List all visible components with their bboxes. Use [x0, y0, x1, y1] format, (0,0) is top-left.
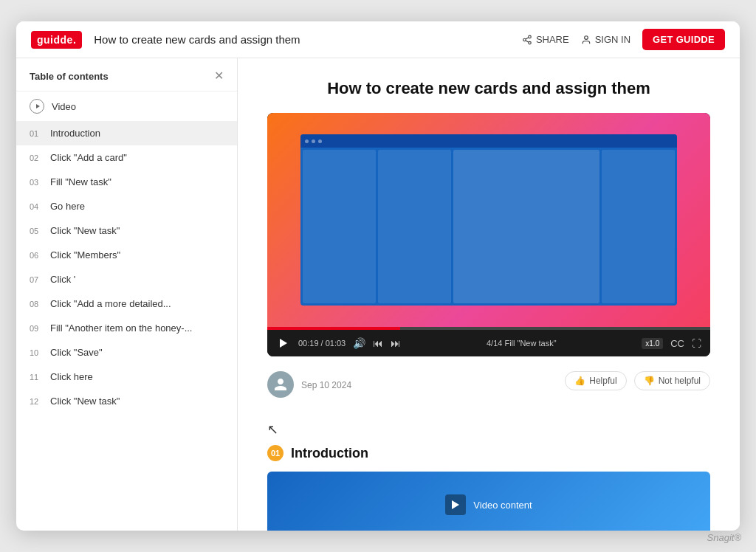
sidebar-item-12[interactable]: 12 Click "New task"	[16, 389, 237, 413]
helpful-button[interactable]: 👍 Helpful	[565, 371, 626, 390]
screen-dot-3	[318, 139, 322, 143]
progress-fill	[267, 327, 400, 330]
author-row: Sep 10 2024 👍 Helpful 👎 Not helpful	[267, 371, 710, 398]
sidebar-item-10[interactable]: 10 Click "Save"	[16, 340, 237, 365]
toc-title: Table of contents	[30, 71, 109, 82]
speed-badge[interactable]: x1.0	[642, 338, 663, 349]
item-label-10: Click "Save"	[50, 347, 103, 358]
sidebar-video-label: Video	[52, 101, 76, 112]
section-badge: 01	[267, 445, 284, 461]
content-title: How to create new cards and assign them	[267, 79, 710, 98]
sidebar-item-11[interactable]: 11 Click here	[16, 365, 237, 389]
nav-actions: SHARE SIGN IN GET GUIDDE	[522, 29, 725, 50]
progress-bar[interactable]	[267, 327, 710, 330]
screen-content	[300, 148, 677, 306]
user-icon	[581, 35, 591, 45]
author-info: Sep 10 2024	[267, 371, 351, 398]
section-title: Introduction	[291, 446, 368, 461]
sidebar-item-5[interactable]: 05 Click "New task"	[16, 218, 237, 243]
screen-dot-2	[312, 139, 315, 143]
get-guidde-button[interactable]: GET GUIDDE	[642, 29, 725, 50]
sidebar-item-2[interactable]: 02 Click "Add a card"	[16, 145, 237, 170]
play-button[interactable]	[276, 336, 291, 351]
item-label-11: Click here	[50, 371, 93, 382]
item-label-7: Click '	[50, 274, 75, 285]
browser-window: guidde. How to create new cards and assi…	[16, 21, 740, 531]
sidebar-item-4[interactable]: 04 Go here	[16, 194, 237, 218]
captions-icon[interactable]: CC	[670, 338, 684, 349]
share-label: SHARE	[536, 34, 569, 45]
sidebar: Table of contents ✕ Video 01 Introductio…	[16, 58, 238, 531]
avatar	[267, 371, 294, 398]
skip-forward-icon[interactable]: ⏭	[391, 337, 401, 349]
svg-point-1	[523, 38, 526, 41]
item-num-2: 02	[30, 153, 43, 162]
video-thumbnail	[267, 113, 710, 327]
sidebar-item-6[interactable]: 06 Click "Members"	[16, 243, 237, 267]
svg-point-0	[529, 35, 532, 38]
skip-back-icon[interactable]: ⏮	[373, 337, 383, 349]
cursor-area: ↖	[267, 415, 710, 438]
close-icon[interactable]: ✕	[214, 70, 224, 82]
sidebar-item-3[interactable]: 03 Fill "New task"	[16, 170, 237, 194]
section-heading: 01 Introduction	[267, 445, 710, 461]
item-label-5: Click "New task"	[50, 225, 120, 236]
sidebar-item-video[interactable]: Video	[16, 92, 237, 121]
signin-button[interactable]: SIGN IN	[581, 34, 630, 45]
item-num-9: 09	[30, 324, 43, 333]
item-num-8: 08	[30, 300, 43, 308]
item-num-4: 04	[30, 202, 43, 211]
sidebar-item-8[interactable]: 08 Click "Add a more detailed...	[16, 291, 237, 316]
item-label-8: Click "Add a more detailed...	[50, 298, 171, 309]
nav-title: How to create new cards and assign them	[94, 33, 510, 46]
snagit-watermark: Snagit®	[707, 532, 741, 543]
item-label-6: Click "Members"	[50, 249, 120, 261]
volume-icon[interactable]: 🔊	[353, 337, 365, 349]
item-num-1: 01	[30, 129, 43, 138]
thumb-label: Video content	[473, 500, 532, 511]
helpful-label: Helpful	[589, 376, 616, 386]
screen-col-1	[303, 150, 376, 303]
sidebar-header: Table of contents ✕	[16, 58, 237, 92]
share-button[interactable]: SHARE	[522, 34, 569, 45]
item-label-2: Click "Add a card"	[50, 152, 127, 163]
sidebar-item-1[interactable]: 01 Introduction	[16, 121, 237, 145]
chapter-label: 4/14 Fill "New task"	[408, 339, 634, 348]
feedback-buttons: 👍 Helpful 👎 Not helpful	[565, 371, 710, 390]
item-label-9: Fill "Another item on the honey-...	[50, 322, 193, 334]
video-time: 00:19 / 01:03	[298, 339, 346, 348]
top-nav: guidde. How to create new cards and assi…	[16, 21, 740, 58]
play-icon	[30, 99, 44, 114]
video-screen	[300, 134, 677, 306]
share-icon	[522, 35, 532, 45]
item-label-1: Introduction	[50, 128, 100, 139]
sidebar-item-7[interactable]: 07 Click '	[16, 267, 237, 291]
svg-point-2	[529, 41, 532, 44]
guidde-logo[interactable]: guidde.	[31, 31, 82, 49]
screen-col-2	[378, 150, 451, 303]
item-num-6: 06	[30, 251, 43, 260]
author-date: Sep 10 2024	[301, 380, 351, 390]
item-label-4: Go here	[50, 201, 85, 212]
video-controls: 00:19 / 01:03 🔊 ⏮ ⏭ 4/14 Fill "New task"…	[267, 330, 710, 356]
not-helpful-button[interactable]: 👎 Not helpful	[634, 371, 710, 390]
section-thumbnail[interactable]: Video content	[267, 472, 710, 531]
thumbs-up-icon: 👍	[574, 376, 585, 386]
cursor-arrow: ↖	[267, 421, 278, 438]
screen-col-4	[602, 150, 675, 303]
fullscreen-icon[interactable]: ⛶	[692, 338, 701, 349]
sidebar-item-9[interactable]: 09 Fill "Another item on the honey-...	[16, 316, 237, 340]
author-date-wrapper: Sep 10 2024	[301, 378, 351, 391]
main-layout: Table of contents ✕ Video 01 Introductio…	[16, 58, 740, 531]
item-num-5: 05	[30, 227, 43, 235]
item-num-10: 10	[30, 348, 43, 357]
item-num-12: 12	[30, 397, 43, 406]
item-num-11: 11	[30, 373, 43, 382]
screen-dot-1	[305, 139, 309, 143]
thumbs-down-icon: 👎	[644, 376, 655, 386]
svg-line-4	[526, 37, 529, 38]
item-num-7: 07	[30, 275, 43, 284]
thumb-play-button[interactable]	[445, 494, 466, 515]
screen-col-3	[453, 150, 599, 303]
video-player[interactable]: 00:19 / 01:03 🔊 ⏮ ⏭ 4/14 Fill "New task"…	[267, 113, 710, 356]
